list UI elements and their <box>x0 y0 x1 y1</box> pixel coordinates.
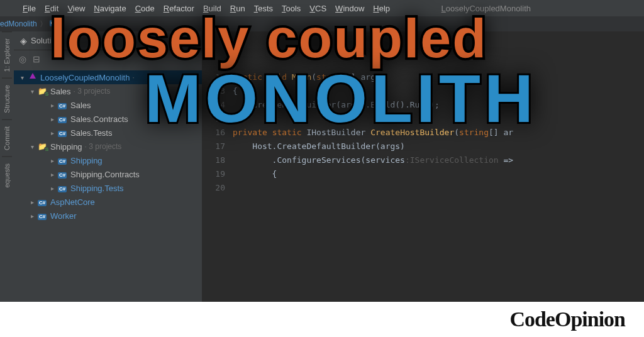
menu-tests[interactable]: Tests <box>254 4 273 13</box>
tree-project[interactable]: ▸C#Shipping.Tests <box>14 181 202 195</box>
csharp-icon: C# <box>57 114 68 124</box>
project-label: AspNetCore <box>50 197 95 207</box>
csharp-icon: C# <box>57 156 68 165</box>
project-label: Shipping.Contracts <box>70 170 140 179</box>
brand-logo: CodeOpinion <box>509 307 625 331</box>
tool-requests[interactable]: equests <box>2 157 12 194</box>
folder-label: Shipping <box>50 142 82 152</box>
chevron-right-icon[interactable]: ▸ <box>28 213 36 219</box>
tree-project-aspnetcore[interactable]: ▸C#AspNetCore <box>14 195 202 209</box>
chevron-right-icon: 〉 <box>40 19 47 30</box>
chevron-down-icon[interactable]: ▾ <box>18 74 26 81</box>
menu-navigate[interactable]: Navigate <box>94 4 126 13</box>
explorer-header: ◈ Soluti <box>14 31 202 50</box>
menu-code[interactable]: Code <box>135 4 155 13</box>
chevron-right-icon[interactable]: ▸ <box>48 102 57 109</box>
tree-project-worker[interactable]: ▸C#Worker <box>14 209 202 223</box>
project-label: Shipping <box>70 156 103 165</box>
explorer-title: Soluti <box>31 36 52 45</box>
menu-refactor[interactable]: Refactor <box>164 4 194 13</box>
locate-icon[interactable]: ◎ <box>19 54 26 64</box>
breadcrumb-root[interactable]: edMonolith <box>0 19 37 28</box>
csharp-icon: C# <box>36 211 48 221</box>
chevron-right-icon[interactable]: ▸ <box>48 171 57 178</box>
project-label: Sales <box>70 101 91 110</box>
left-tool-strip: 1: Explorer Structure Commit equests <box>0 31 14 302</box>
csharp-icon: C# <box>57 170 68 179</box>
solution-icon: ◈ <box>20 36 27 46</box>
menu-edit[interactable]: Edit <box>45 4 58 13</box>
solution-explorer: ◈ Soluti ◎ ⊟ ▾ LooselyCoupledMonolith · … <box>14 31 203 302</box>
code-content[interactable]: static void Main(string[] args){ CreateH… <box>233 70 644 302</box>
line-gutter: 121314151617181920 <box>203 70 233 302</box>
folder-meta: · 3 projects <box>74 87 111 96</box>
folder-meta: · 3 projects <box>85 142 122 151</box>
breadcrumb[interactable]: edMonolith 〉 C# <box>0 16 644 31</box>
chevron-right-icon[interactable]: ▸ <box>48 185 57 192</box>
csharp-icon: C# <box>57 101 68 110</box>
chevron-down-icon[interactable]: ▾ <box>28 88 36 95</box>
csharp-icon: C# <box>36 197 48 207</box>
csharp-icon: C# <box>50 20 58 26</box>
folder-icon: 📁 <box>36 87 48 96</box>
project-label: Worker <box>50 211 77 221</box>
folder-label: Sales <box>50 87 71 96</box>
chevron-right-icon[interactable]: ▸ <box>48 157 57 164</box>
tool-structure[interactable]: Structure <box>2 78 12 119</box>
code-editor[interactable]: 121314151617181920 static void Main(stri… <box>203 31 644 302</box>
menu-help[interactable]: Help <box>373 4 390 13</box>
menu-view[interactable]: View <box>67 4 85 13</box>
menu-window[interactable]: Window <box>335 4 364 13</box>
tool-commit[interactable]: Commit <box>2 119 12 157</box>
tree-folder-sales[interactable]: ▾ 📁 Sales · 3 projects <box>14 84 202 98</box>
ide-window: File Edit View Navigate Code Refactor Bu… <box>0 0 644 302</box>
tree-project[interactable]: ▸C#Sales.Contracts <box>14 112 202 126</box>
menu-tools[interactable]: Tools <box>282 4 301 13</box>
folder-icon: 📁 <box>36 142 48 151</box>
chevron-right-icon[interactable]: ▸ <box>28 199 36 206</box>
main-area: 1: Explorer Structure Commit equests ◈ S… <box>0 31 644 302</box>
tree-project[interactable]: ▸C#Sales.Tests <box>14 126 202 140</box>
menu-run[interactable]: Run <box>230 4 245 13</box>
chevron-right-icon[interactable]: ▸ <box>48 116 57 123</box>
menubar: File Edit View Navigate Code Refactor Bu… <box>0 0 644 16</box>
tool-explorer[interactable]: 1: Explorer <box>2 31 12 78</box>
project-label: Sales.Contracts <box>70 114 128 124</box>
collapse-icon[interactable]: ⊟ <box>33 54 40 64</box>
tree-solution-node[interactable]: ▾ LooselyCoupledMonolith · <box>14 70 202 84</box>
menu-file[interactable]: File <box>23 4 36 13</box>
chevron-down-icon[interactable]: ▾ <box>28 143 36 150</box>
footer: CodeOpinion <box>0 302 644 337</box>
tree-folder-shipping[interactable]: ▾ 📁 Shipping · 3 projects <box>14 140 202 153</box>
csharp-icon: C# <box>57 128 68 138</box>
window-title: LooselyCoupledMonolith <box>441 4 531 13</box>
tree-project[interactable]: ▸C#Shipping <box>14 153 202 167</box>
menu-vcs[interactable]: VCS <box>309 4 326 13</box>
solution-label: LooselyCoupledMonolith <box>40 73 130 82</box>
solution-icon <box>26 72 38 83</box>
project-label: Sales.Tests <box>70 128 112 138</box>
project-label: Shipping.Tests <box>70 184 124 193</box>
explorer-toolbar: ◎ ⊟ <box>14 50 202 68</box>
chevron-right-icon[interactable]: ▸ <box>48 130 57 136</box>
tree-project[interactable]: ▸C#Sales <box>14 98 202 112</box>
csharp-icon: C# <box>57 184 68 193</box>
project-tree[interactable]: ▾ LooselyCoupledMonolith · ▾ 📁 Sales · 3… <box>14 68 202 225</box>
tree-project[interactable]: ▸C#Shipping.Contracts <box>14 167 202 181</box>
menu-build[interactable]: Build <box>203 4 221 13</box>
